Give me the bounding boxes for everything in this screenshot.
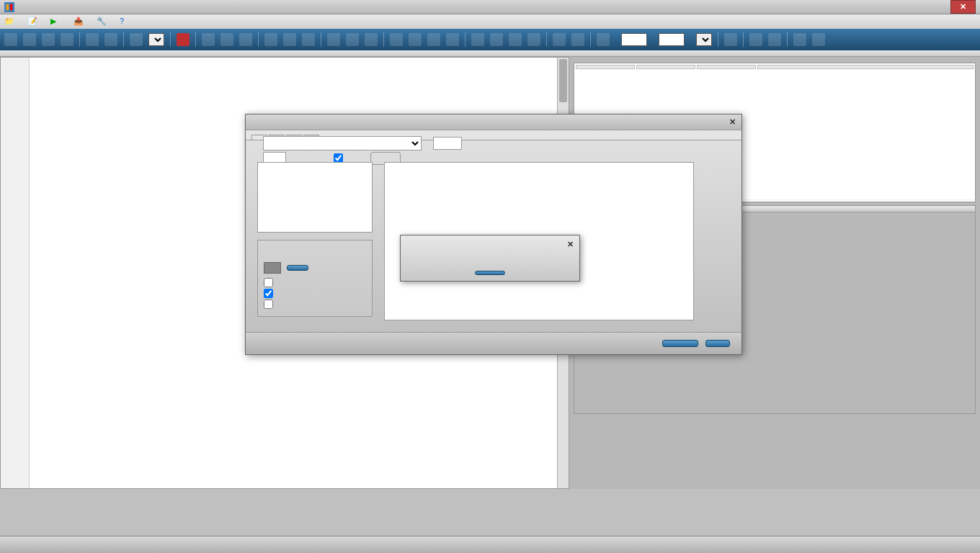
find-icon[interactable] [365, 33, 378, 46]
tool12-icon[interactable] [724, 33, 737, 46]
col-escopo[interactable] [576, 65, 635, 69]
speed-select[interactable] [148, 33, 164, 46]
negrito-checkbox[interactable] [264, 278, 273, 287]
col-nome[interactable] [636, 65, 695, 69]
menu-exportar[interactable]: 📤 [74, 17, 86, 27]
page-icon[interactable] [86, 33, 99, 46]
step-icon[interactable] [220, 33, 233, 46]
tool3-icon[interactable] [427, 33, 440, 46]
window-close-button[interactable]: ✕ [950, 0, 976, 14]
breakpoint-icon[interactable] [239, 33, 252, 46]
tool7-icon[interactable] [509, 33, 522, 46]
italico-checkbox[interactable] [264, 289, 273, 298]
dialog-cancel-button[interactable] [705, 340, 730, 347]
timer-icon[interactable] [130, 33, 143, 46]
dialog-ok-button[interactable] [662, 340, 698, 347]
tool5-icon[interactable] [471, 33, 484, 46]
msg-ok-button[interactable] [475, 271, 505, 275]
main-menubar: 📁 📝 ▶ 📤 🔧 ? [0, 14, 980, 29]
calc-icon[interactable] [749, 33, 762, 46]
window-titlebar: ✕ [0, 0, 980, 14]
main-toolbar [0, 29, 980, 50]
color-swatch[interactable] [264, 262, 281, 274]
statusbar [0, 536, 980, 553]
menu-manutencao[interactable]: 🔧 [97, 17, 110, 27]
fonte-select[interactable] [263, 136, 422, 150]
menu-arquivo[interactable]: 📁 [4, 17, 17, 27]
definir-button[interactable] [287, 265, 308, 271]
save-icon[interactable] [42, 33, 55, 46]
menu-editar[interactable]: 📝 [27, 17, 40, 27]
elementos-listbox[interactable] [257, 162, 373, 233]
tool13-icon[interactable] [768, 33, 781, 46]
app-icon [4, 2, 14, 12]
program-header [0, 50, 980, 57]
user-icon[interactable] [793, 33, 806, 46]
dialog-close-icon[interactable]: ✕ [729, 117, 736, 127]
message-dialog: ✕ [400, 235, 580, 282]
vars-header [574, 57, 976, 63]
ate-input[interactable] [659, 33, 685, 46]
col-tipo[interactable] [697, 65, 756, 69]
tool2-icon[interactable] [409, 33, 422, 46]
undo-icon[interactable] [327, 33, 340, 46]
open-icon[interactable] [23, 33, 36, 46]
cut-icon[interactable] [264, 33, 277, 46]
col-valor[interactable] [757, 65, 974, 69]
menu-run[interactable]: ▶ [50, 17, 63, 27]
tool9-icon[interactable] [553, 33, 566, 46]
paste-icon[interactable] [302, 33, 315, 46]
de-input[interactable] [621, 33, 647, 46]
menu-help[interactable]: ? [120, 17, 133, 27]
saveas-icon[interactable] [61, 33, 74, 46]
stop-icon[interactable] [177, 33, 190, 46]
tool11-icon[interactable] [597, 33, 610, 46]
redo-icon[interactable] [346, 33, 359, 46]
sublinhado-checkbox[interactable] [264, 300, 273, 309]
msg-close-icon[interactable]: ✕ [567, 240, 574, 249]
new-icon[interactable] [4, 33, 17, 46]
hand-icon[interactable] [202, 33, 215, 46]
line-gutter [1, 58, 30, 488]
svg-rect-1 [6, 4, 9, 10]
print-icon[interactable] [104, 33, 117, 46]
tool1-icon[interactable] [390, 33, 403, 46]
tool10-icon[interactable] [571, 33, 584, 46]
tool8-icon[interactable] [527, 33, 540, 46]
tool4-icon[interactable] [446, 33, 459, 46]
tool6-icon[interactable] [490, 33, 503, 46]
svg-rect-0 [4, 2, 14, 12]
tamanho-input[interactable] [433, 137, 462, 150]
svg-rect-2 [10, 4, 13, 10]
exit-icon[interactable] [812, 33, 825, 46]
copy-icon[interactable] [283, 33, 296, 46]
dec-select[interactable] [696, 33, 712, 46]
